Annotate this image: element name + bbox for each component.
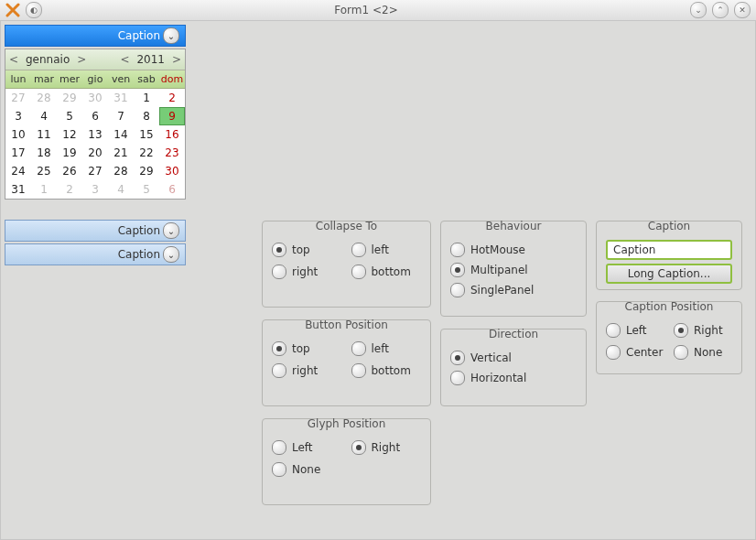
window-title: Form1 <2>: [48, 4, 685, 16]
calendar-day[interactable]: 23: [159, 144, 185, 162]
calendar-day[interactable]: 27: [82, 162, 108, 180]
calendar-day[interactable]: 5: [134, 180, 159, 199]
calendar-day[interactable]: 25: [31, 162, 57, 180]
close-button[interactable]: ✕: [734, 2, 751, 18]
calendar-day[interactable]: 29: [57, 89, 82, 107]
radio-btnpos-right[interactable]: right: [272, 361, 342, 381]
calendar-day[interactable]: 5: [57, 107, 82, 125]
radio-btnpos-left[interactable]: left: [351, 339, 422, 359]
month-label: gennaio: [22, 53, 73, 66]
group-title: Glyph Position: [263, 417, 430, 430]
calendar-day[interactable]: 18: [31, 144, 57, 162]
calendar-day[interactable]: 30: [159, 162, 185, 180]
calendar-day[interactable]: 14: [108, 125, 134, 144]
radio-glyph-right[interactable]: Right: [351, 437, 422, 458]
radio-direction-vertical[interactable]: Vertical: [450, 348, 577, 368]
calendar-day[interactable]: 3: [5, 107, 31, 125]
calendar-dow: gio: [82, 70, 108, 88]
caption-bar-label: Caption: [118, 224, 160, 237]
group-title: Behaviour: [441, 220, 586, 232]
calendar-dow: mer: [57, 70, 82, 88]
calendar-day[interactable]: 8: [134, 107, 159, 125]
group-glyph-position: Glyph Position Left Right None: [262, 418, 431, 505]
calendar-day[interactable]: 4: [31, 107, 57, 125]
chevron-down-icon: ⌄: [163, 246, 179, 263]
calendar-day[interactable]: 31: [108, 89, 134, 107]
radio-cappos-center[interactable]: Center: [606, 342, 664, 362]
calendar-body: 2728293031123456789101112131415161718192…: [5, 89, 185, 199]
calendar-day[interactable]: 4: [108, 180, 134, 199]
month-next-button[interactable]: >: [73, 53, 90, 66]
calendar-dow: ven: [108, 70, 134, 88]
app-icon: [5, 3, 20, 17]
calendar-day[interactable]: 10: [5, 125, 31, 144]
radio-glyph-left[interactable]: Left: [272, 437, 342, 458]
radio-btnpos-bottom[interactable]: bottom: [351, 361, 422, 381]
shade-button[interactable]: ◐: [26, 2, 42, 18]
calendar-day[interactable]: 20: [82, 144, 108, 162]
caption-bar-2[interactable]: Caption ⌄: [5, 220, 186, 242]
radio-collapse-right[interactable]: right: [272, 262, 342, 282]
radio-collapse-bottom[interactable]: bottom: [351, 262, 422, 282]
radio-btnpos-top[interactable]: top: [272, 339, 342, 359]
calendar-day[interactable]: 31: [5, 180, 31, 199]
calendar-day[interactable]: 6: [159, 180, 185, 199]
year-next-button[interactable]: >: [168, 53, 185, 66]
group-button-position: Button Position top left right bottom: [262, 319, 431, 406]
calendar-day[interactable]: 1: [31, 180, 57, 199]
calendar-day[interactable]: 13: [82, 125, 108, 144]
radio-cappos-none[interactable]: None: [674, 342, 732, 362]
calendar-day[interactable]: 28: [31, 89, 57, 107]
radio-glyph-none[interactable]: None: [272, 459, 342, 480]
radio-behaviour-hotmouse[interactable]: HotMouse: [450, 240, 577, 260]
year-prev-button[interactable]: <: [116, 53, 133, 66]
radio-cappos-right[interactable]: Right: [674, 320, 732, 340]
calendar-day[interactable]: 28: [108, 162, 134, 180]
long-caption-button[interactable]: Long Caption...: [606, 264, 732, 284]
calendar-nav: < gennaio > < 2011 >: [5, 49, 185, 70]
titlebar: ◐ Form1 <2> ⌄ ⌃ ✕: [0, 0, 756, 21]
group-caption-position: Caption Position Left Right Center None: [596, 301, 742, 374]
calendar-day[interactable]: 21: [108, 144, 134, 162]
calendar-dow: lun: [5, 70, 31, 88]
month-prev-button[interactable]: <: [5, 53, 22, 66]
caption-bar-1[interactable]: Caption ⌄: [5, 25, 186, 47]
calendar-day[interactable]: 27: [5, 89, 31, 107]
calendar-day[interactable]: 3: [82, 180, 108, 199]
calendar-dow: mar: [31, 70, 57, 88]
calendar-day[interactable]: 16: [159, 125, 185, 144]
calendar-day[interactable]: 9: [159, 107, 185, 125]
radio-collapse-left[interactable]: left: [351, 240, 422, 260]
calendar-day[interactable]: 7: [108, 107, 134, 125]
calendar-dow: dom: [159, 70, 185, 88]
chevron-down-icon: ⌄: [163, 222, 179, 239]
maximize-button[interactable]: ⌃: [712, 2, 729, 18]
caption-bar-label: Caption: [118, 29, 160, 42]
calendar-day[interactable]: 17: [5, 144, 31, 162]
group-title: Button Position: [263, 319, 430, 331]
calendar-day[interactable]: 24: [5, 162, 31, 180]
calendar-header: lunmarmergiovensabdom: [5, 70, 185, 89]
calendar-day[interactable]: 1: [134, 89, 159, 107]
calendar-day[interactable]: 19: [57, 144, 82, 162]
rollup-button[interactable]: ⌄: [690, 2, 707, 18]
calendar-day[interactable]: 2: [57, 180, 82, 199]
caption-bar-label: Caption: [118, 248, 160, 261]
calendar-day[interactable]: 26: [57, 162, 82, 180]
calendar-day[interactable]: 22: [134, 144, 159, 162]
calendar-day[interactable]: 6: [82, 107, 108, 125]
caption-input[interactable]: Caption: [606, 240, 732, 260]
rollout-stack: Caption ⌄ < gennaio > < 2011 > lunmarmer…: [5, 25, 186, 267]
radio-direction-horizontal[interactable]: Horizontal: [450, 368, 577, 388]
radio-cappos-left[interactable]: Left: [606, 320, 664, 340]
calendar-day[interactable]: 29: [134, 162, 159, 180]
calendar-day[interactable]: 12: [57, 125, 82, 144]
radio-collapse-top[interactable]: top: [272, 240, 342, 260]
calendar-day[interactable]: 30: [82, 89, 108, 107]
radio-behaviour-singlepanel[interactable]: SinglePanel: [450, 280, 577, 300]
calendar-day[interactable]: 15: [134, 125, 159, 144]
caption-bar-3[interactable]: Caption ⌄: [5, 243, 186, 265]
calendar-day[interactable]: 11: [31, 125, 57, 144]
calendar-day[interactable]: 2: [159, 89, 185, 107]
radio-behaviour-multipanel[interactable]: Multipanel: [450, 260, 577, 280]
